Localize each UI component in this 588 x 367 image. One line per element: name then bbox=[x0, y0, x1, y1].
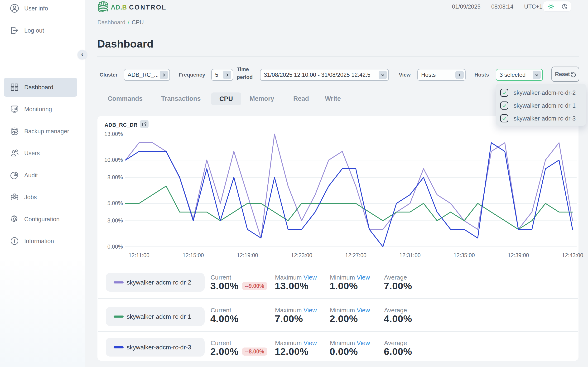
svg-text:12:15:00: 12:15:00 bbox=[182, 252, 204, 258]
svg-text:12:27:00: 12:27:00 bbox=[345, 252, 366, 258]
svg-text:12:19:00: 12:19:00 bbox=[237, 252, 258, 258]
svg-text:3.00%: 3.00% bbox=[108, 217, 123, 224]
svg-text:13.00%: 13.00% bbox=[104, 131, 123, 137]
svg-text:12:39:00: 12:39:00 bbox=[508, 252, 529, 258]
svg-text:10.00%: 10.00% bbox=[104, 157, 123, 163]
svg-text:12:23:00: 12:23:00 bbox=[291, 252, 312, 258]
svg-text:12:35:00: 12:35:00 bbox=[454, 252, 475, 258]
svg-text:5.00%: 5.00% bbox=[108, 200, 123, 206]
svg-text:12:43:00: 12:43:00 bbox=[562, 252, 583, 258]
svg-text:8.00%: 8.00% bbox=[108, 174, 123, 180]
svg-text:12:11:00: 12:11:00 bbox=[129, 252, 149, 258]
svg-text:0.00%: 0.00% bbox=[108, 244, 123, 250]
svg-text:12:31:00: 12:31:00 bbox=[399, 252, 421, 258]
